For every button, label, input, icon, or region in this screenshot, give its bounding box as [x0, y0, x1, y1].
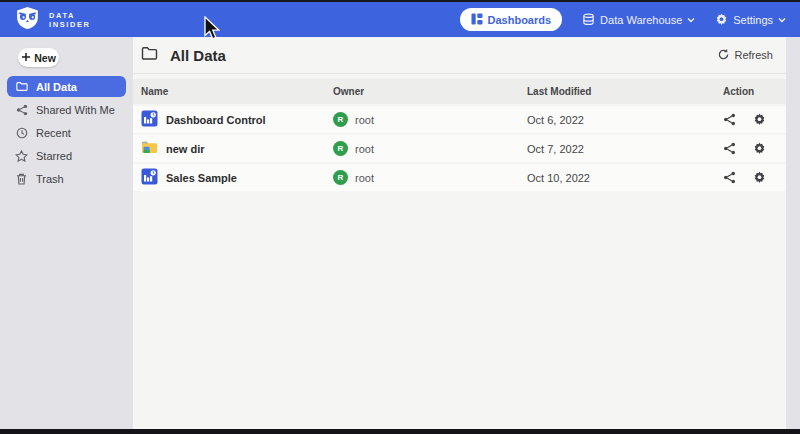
- share-icon: [15, 104, 28, 116]
- dashboard-file-icon: [141, 168, 158, 187]
- owner-name: root: [355, 114, 374, 126]
- new-button[interactable]: New: [18, 48, 59, 67]
- owner-avatar: R: [333, 141, 348, 156]
- sidebar-item-label: Starred: [36, 150, 72, 162]
- main-panel: All Data Refresh Name Owner Last Modifie…: [133, 37, 786, 429]
- settings-gear-icon[interactable]: [753, 171, 766, 184]
- star-icon: [15, 150, 28, 162]
- sidebar: New All Data Shared With Me: [0, 37, 133, 429]
- table-header: Name Owner Last Modified Action: [133, 79, 786, 104]
- share-icon[interactable]: [723, 142, 736, 155]
- window-bottom-edge: [0, 429, 800, 434]
- last-modified-date: Oct 7, 2022: [527, 143, 723, 155]
- table-row[interactable]: Dashboard Control R root Oct 6, 2022: [133, 106, 786, 133]
- app-bar: DATA INSIDER Dashboards: [0, 2, 800, 37]
- file-name: Dashboard Control: [166, 114, 266, 126]
- data-warehouse-label: Data Warehouse: [600, 14, 682, 26]
- new-button-label: New: [34, 52, 56, 64]
- column-header-last-modified: Last Modified: [527, 86, 723, 97]
- settings-menu[interactable]: Settings: [715, 13, 786, 26]
- file-name: Sales Sample: [166, 172, 237, 184]
- page-title: All Data: [170, 47, 226, 64]
- refresh-button[interactable]: Refresh: [718, 49, 773, 62]
- table-row[interactable]: new dir R root Oct 7, 2022: [133, 135, 786, 162]
- column-header-action: Action: [723, 86, 786, 97]
- sidebar-item-all-data[interactable]: All Data: [7, 76, 126, 97]
- settings-gear-icon[interactable]: [753, 142, 766, 155]
- share-icon[interactable]: [723, 113, 736, 126]
- app-title: DATA INSIDER: [49, 11, 91, 29]
- data-warehouse-menu[interactable]: Data Warehouse: [582, 13, 695, 26]
- window-top-edge: [0, 0, 800, 2]
- gear-icon: [715, 13, 728, 26]
- settings-gear-icon[interactable]: [753, 113, 766, 126]
- last-modified-date: Oct 10, 2022: [527, 172, 723, 184]
- file-name: new dir: [166, 143, 205, 155]
- trash-icon: [15, 173, 28, 185]
- plus-icon: [21, 52, 31, 64]
- dashboard-icon: [471, 13, 483, 27]
- dashboards-button[interactable]: Dashboards: [460, 8, 563, 31]
- owner-avatar: R: [333, 170, 348, 185]
- sidebar-item-recent[interactable]: Recent: [7, 122, 126, 143]
- column-header-owner: Owner: [333, 86, 527, 97]
- owner-name: root: [355, 172, 374, 184]
- clock-icon: [15, 127, 28, 139]
- folder-file-icon: [141, 139, 158, 158]
- sidebar-nav: All Data Shared With Me Recent: [0, 76, 133, 189]
- sidebar-item-label: Trash: [36, 173, 64, 185]
- dashboards-label: Dashboards: [488, 14, 552, 26]
- dashboard-file-icon: [141, 110, 158, 129]
- app-logo: DATA INSIDER: [14, 6, 91, 34]
- owl-logo-icon: [14, 6, 41, 34]
- folder-icon: [15, 81, 28, 92]
- last-modified-date: Oct 6, 2022: [527, 114, 723, 126]
- sidebar-item-shared-with-me[interactable]: Shared With Me: [7, 99, 126, 120]
- share-icon[interactable]: [723, 171, 736, 184]
- sidebar-item-label: Shared With Me: [36, 104, 115, 116]
- database-icon: [582, 13, 595, 26]
- column-header-name: Name: [141, 86, 333, 97]
- sidebar-item-starred[interactable]: Starred: [7, 145, 126, 166]
- chevron-down-icon: [778, 17, 786, 23]
- sidebar-item-trash[interactable]: Trash: [7, 168, 126, 189]
- owner-name: root: [355, 143, 374, 155]
- settings-label: Settings: [733, 14, 773, 26]
- owner-avatar: R: [333, 112, 348, 127]
- refresh-label: Refresh: [734, 49, 773, 61]
- refresh-icon: [718, 49, 729, 62]
- sidebar-item-label: All Data: [36, 81, 77, 93]
- main-header: All Data Refresh: [133, 37, 786, 74]
- folder-icon: [141, 46, 158, 65]
- chevron-down-icon: [687, 17, 695, 23]
- table-row[interactable]: Sales Sample R root Oct 10, 2022: [133, 164, 786, 191]
- sidebar-item-label: Recent: [36, 127, 71, 139]
